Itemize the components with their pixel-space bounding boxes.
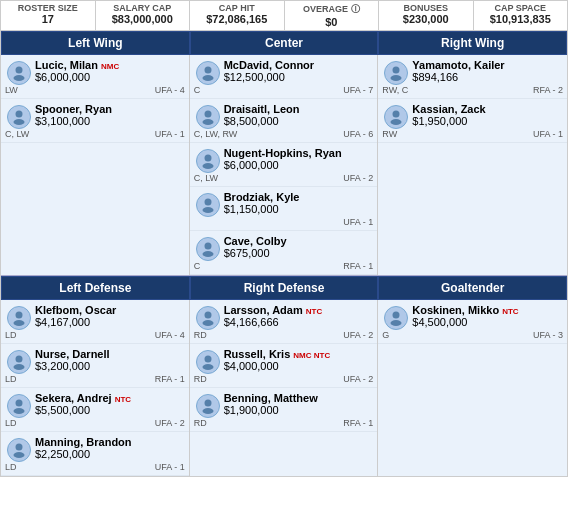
contract-tag: UFA - 2: [343, 330, 373, 340]
goaltender-header: Goaltender: [378, 276, 567, 300]
avatar: [7, 105, 31, 129]
player-name: Larsson, AdamNTC: [224, 304, 372, 316]
position-label: LW: [5, 85, 18, 95]
empty-filler: [1, 143, 189, 275]
player-salary: $3,200,000: [35, 360, 183, 372]
player-name: McDavid, Connor: [224, 59, 372, 71]
player-card[interactable]: Lucic, MilanNMC$6,000,000LWUFA - 4: [1, 55, 189, 99]
player-card[interactable]: Nurse, Darnell$3,200,000LDRFA - 1: [1, 344, 189, 388]
left-wing-col: Lucic, MilanNMC$6,000,000LWUFA - 4 Spoon…: [1, 55, 190, 275]
bonuses-label: BONUSES: [383, 3, 469, 13]
right-defense-col: Larsson, AdamNTC$4,166,666RDUFA - 2 Russ…: [190, 300, 379, 476]
player-info: Brodziak, Kyle$1,150,000: [224, 191, 372, 215]
left-defense-header: Left Defense: [1, 276, 190, 300]
svg-point-17: [391, 119, 402, 125]
empty-filler: [378, 344, 567, 476]
player-info: Spooner, Ryan$3,100,000: [35, 103, 183, 127]
avatar: [7, 350, 31, 374]
player-salary: $5,500,000: [35, 404, 183, 416]
player-card[interactable]: Draisaitl, Leon$8,500,000C, LW, RWUFA - …: [190, 99, 378, 143]
svg-point-16: [393, 111, 400, 118]
svg-point-8: [204, 155, 211, 162]
position-label: C, LW: [5, 129, 29, 139]
player-card[interactable]: Spooner, Ryan$3,100,000C, LWUFA - 1: [1, 99, 189, 143]
empty-filler: [378, 143, 567, 275]
player-card[interactable]: Benning, Matthew$1,900,000RDRFA - 1: [190, 388, 378, 432]
player-salary: $6,000,000: [224, 159, 372, 171]
contract-tag: UFA - 1: [155, 129, 185, 139]
svg-point-14: [393, 67, 400, 74]
player-card[interactable]: Cave, Colby$675,000CRFA - 1: [190, 231, 378, 275]
player-info: Russell, KrisNMC NTC$4,000,000: [224, 348, 372, 372]
player-info: Benning, Matthew$1,900,000: [224, 392, 372, 416]
player-card[interactable]: Larsson, AdamNTC$4,166,666RDUFA - 2: [190, 300, 378, 344]
roster-size-col: ROSTER SIZE 17: [1, 1, 96, 30]
player-name: Benning, Matthew: [224, 392, 372, 404]
center-col: McDavid, Connor$12,500,000CUFA - 7 Drais…: [190, 55, 379, 275]
svg-point-18: [16, 312, 23, 319]
ntc-tag: NTC: [306, 307, 322, 316]
svg-point-23: [14, 408, 25, 414]
player-name: Spooner, Ryan: [35, 103, 183, 115]
player-salary: $2,250,000: [35, 448, 183, 460]
position-label: RW, C: [382, 85, 408, 95]
player-name: Cave, Colby: [224, 235, 372, 247]
player-info: McDavid, Connor$12,500,000: [224, 59, 372, 83]
svg-point-7: [202, 119, 213, 125]
player-card[interactable]: Kassian, Zack$1,950,000RWUFA - 1: [378, 99, 567, 143]
player-name: Koskinen, MikkoNTC: [412, 304, 561, 316]
contract-tag: RFA - 2: [533, 85, 563, 95]
player-salary: $6,000,000: [35, 71, 183, 83]
cap-space-value: $10,913,835: [478, 13, 564, 25]
avatar: [384, 105, 408, 129]
avatar: [384, 306, 408, 330]
player-card[interactable]: Brodziak, Kyle$1,150,000UFA - 1: [190, 187, 378, 231]
player-card[interactable]: Klefbom, Oscar$4,167,000LDUFA - 4: [1, 300, 189, 344]
svg-point-3: [14, 119, 25, 125]
player-salary: $675,000: [224, 247, 372, 259]
roster-size-label: ROSTER SIZE: [5, 3, 91, 13]
player-name: Nugent-Hopkins, Ryan: [224, 147, 372, 159]
right-wing-col: Yamamoto, Kailer$894,166RW, CRFA - 2 Kas…: [378, 55, 567, 275]
player-card[interactable]: McDavid, Connor$12,500,000CUFA - 7: [190, 55, 378, 99]
svg-point-6: [204, 111, 211, 118]
player-card[interactable]: Sekera, AndrejNTC$5,500,000LDUFA - 2: [1, 388, 189, 432]
salary-cap-value: $83,000,000: [100, 13, 186, 25]
player-card[interactable]: Koskinen, MikkoNTC$4,500,000GUFA - 3: [378, 300, 567, 344]
player-card[interactable]: Manning, Brandon$2,250,000LDUFA - 1: [1, 432, 189, 476]
player-info: Lucic, MilanNMC$6,000,000: [35, 59, 183, 83]
avatar: [7, 438, 31, 462]
contract-tag: UFA - 1: [343, 217, 373, 227]
position-label: C, LW: [194, 173, 218, 183]
player-info: Cave, Colby$675,000: [224, 235, 372, 259]
contract-tag: UFA - 1: [155, 462, 185, 472]
player-salary: $4,167,000: [35, 316, 183, 328]
avatar: [196, 149, 220, 173]
svg-point-22: [16, 400, 23, 407]
player-card[interactable]: Nugent-Hopkins, Ryan$6,000,000C, LWUFA -…: [190, 143, 378, 187]
player-name: Manning, Brandon: [35, 436, 183, 448]
player-info: Draisaitl, Leon$8,500,000: [224, 103, 372, 127]
contract-tag: UFA - 4: [155, 85, 185, 95]
svg-point-21: [14, 364, 25, 370]
svg-point-0: [16, 67, 23, 74]
player-name: Yamamoto, Kailer: [412, 59, 561, 71]
goaltender-col: Koskinen, MikkoNTC$4,500,000GUFA - 3: [378, 300, 567, 476]
player-card[interactable]: Yamamoto, Kailer$894,166RW, CRFA - 2: [378, 55, 567, 99]
player-name: Russell, KrisNMC NTC: [224, 348, 372, 360]
position-label: RW: [382, 129, 397, 139]
player-salary: $1,950,000: [412, 115, 561, 127]
ntc-tag: NTC: [502, 307, 518, 316]
svg-point-29: [202, 364, 213, 370]
player-info: Nugent-Hopkins, Ryan$6,000,000: [224, 147, 372, 171]
svg-point-15: [391, 75, 402, 81]
svg-point-28: [204, 356, 211, 363]
contract-tag: RFA - 1: [343, 261, 373, 271]
svg-point-26: [204, 312, 211, 319]
contract-tag: UFA - 2: [343, 173, 373, 183]
cap-space-col: CAP SPACE $10,913,835: [474, 1, 568, 30]
svg-point-32: [393, 312, 400, 319]
player-card[interactable]: Russell, KrisNMC NTC$4,000,000RDUFA - 2: [190, 344, 378, 388]
svg-point-13: [202, 251, 213, 257]
position-label: RD: [194, 374, 207, 384]
